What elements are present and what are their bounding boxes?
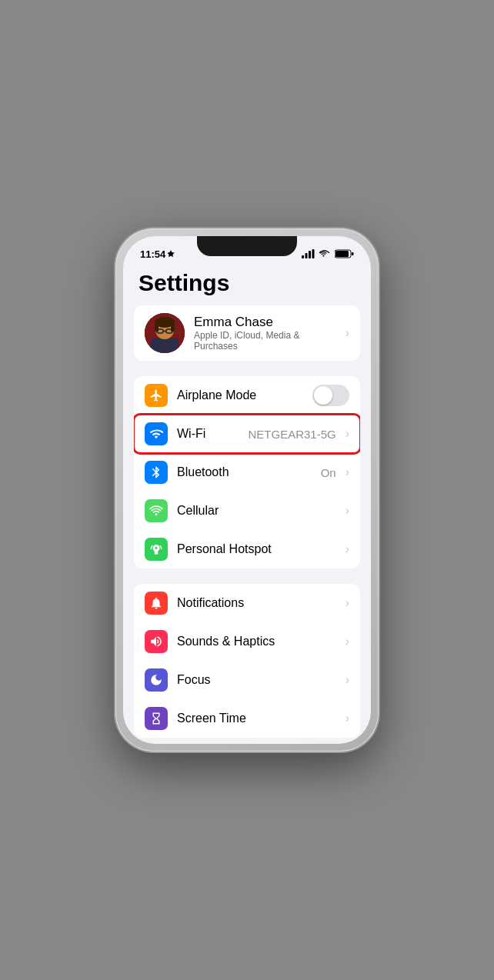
- bluetooth-icon: [149, 465, 163, 479]
- bluetooth-label: Bluetooth: [177, 465, 312, 479]
- screen-content: Settings: [123, 264, 371, 744]
- airplane-mode-row[interactable]: Airplane Mode: [134, 376, 360, 415]
- notifications-section: Notifications › Sounds & Haptics ›: [134, 584, 360, 738]
- bluetooth-chevron: ›: [345, 465, 349, 479]
- status-icons: [302, 249, 354, 258]
- avatar-svg: [145, 313, 185, 353]
- airplane-icon: [149, 388, 163, 402]
- page-title: Settings: [123, 264, 371, 305]
- profile-name: Emma Chase: [194, 315, 336, 330]
- svg-rect-1: [305, 253, 308, 258]
- cellular-icon-bg: [145, 499, 168, 522]
- wifi-label: Wi-Fi: [177, 427, 239, 441]
- notch: [197, 236, 297, 256]
- location-icon: [168, 250, 175, 258]
- screen-time-label: Screen Time: [177, 712, 336, 725]
- wifi-icon: [149, 427, 163, 441]
- wifi-row-wrapper: Wi-Fi NETGEAR31-5G ›: [134, 415, 360, 453]
- sound-icon: [149, 635, 163, 648]
- avatar: [145, 313, 185, 353]
- signal-icon: [302, 249, 315, 258]
- airplane-toggle[interactable]: [312, 385, 349, 406]
- notifications-chevron: ›: [345, 596, 349, 610]
- bell-icon: [149, 596, 163, 610]
- profile-section: Emma Chase Apple ID, iCloud, Media & Pur…: [134, 305, 360, 361]
- bluetooth-icon-bg: [145, 461, 168, 484]
- svg-rect-3: [312, 249, 315, 258]
- screen-time-chevron: ›: [345, 712, 349, 725]
- wifi-row[interactable]: Wi-Fi NETGEAR31-5G ›: [134, 415, 360, 453]
- toggle-knob: [314, 386, 332, 405]
- sounds-chevron: ›: [345, 635, 349, 648]
- personal-hotspot-label: Personal Hotspot: [177, 542, 336, 556]
- cellular-icon: [149, 504, 163, 518]
- hourglass-icon: [149, 712, 163, 725]
- wifi-value: NETGEAR31-5G: [248, 428, 335, 441]
- profile-chevron: ›: [345, 326, 349, 340]
- airplane-label: Airplane Mode: [177, 388, 303, 402]
- focus-row[interactable]: Focus ›: [134, 661, 360, 699]
- notifications-row[interactable]: Notifications ›: [134, 584, 360, 622]
- svg-rect-2: [309, 251, 311, 258]
- cellular-row[interactable]: Cellular ›: [134, 492, 360, 530]
- avatar-image: [145, 313, 185, 353]
- phone-screen: 11:54: [123, 236, 371, 744]
- hotspot-chevron: ›: [345, 542, 349, 556]
- cellular-label: Cellular: [177, 504, 336, 518]
- battery-icon: [335, 249, 354, 258]
- wifi-chevron: ›: [345, 427, 349, 441]
- cellular-chevron: ›: [345, 504, 349, 518]
- profile-row[interactable]: Emma Chase Apple ID, iCloud, Media & Pur…: [134, 305, 360, 361]
- svg-point-16: [155, 513, 158, 515]
- svg-rect-0: [302, 255, 304, 258]
- notifications-label: Notifications: [177, 596, 336, 610]
- sounds-haptics-label: Sounds & Haptics: [177, 635, 336, 648]
- status-time: 11:54: [140, 248, 175, 260]
- moon-icon: [149, 673, 163, 687]
- hotspot-icon-bg: [145, 538, 168, 561]
- phone-frame: 11:54: [115, 228, 379, 752]
- airplane-mode-icon-bg: [145, 384, 168, 407]
- personal-hotspot-row[interactable]: Personal Hotspot ›: [134, 530, 360, 568]
- profile-subtitle: Apple ID, iCloud, Media & Purchases: [194, 330, 336, 352]
- time-display: 11:54: [140, 248, 165, 260]
- profile-info: Emma Chase Apple ID, iCloud, Media & Pur…: [194, 315, 336, 352]
- notifications-icon-bg: [145, 592, 168, 615]
- sounds-haptics-row[interactable]: Sounds & Haptics ›: [134, 622, 360, 661]
- network-section: Airplane Mode Wi-Fi: [134, 376, 360, 568]
- focus-icon-bg: [145, 668, 168, 692]
- screen-time-row[interactable]: Screen Time ›: [134, 699, 360, 738]
- bluetooth-row[interactable]: Bluetooth On ›: [134, 453, 360, 492]
- screen-time-icon-bg: [145, 707, 168, 730]
- wifi-icon-bg: [145, 422, 168, 445]
- hotspot-icon: [149, 542, 163, 556]
- svg-rect-8: [151, 338, 179, 353]
- bluetooth-value: On: [321, 466, 336, 479]
- wifi-status-icon: [319, 249, 331, 258]
- sounds-icon-bg: [145, 630, 168, 653]
- svg-rect-6: [352, 252, 354, 255]
- focus-chevron: ›: [345, 673, 349, 687]
- focus-label: Focus: [177, 673, 336, 687]
- svg-rect-5: [335, 251, 349, 257]
